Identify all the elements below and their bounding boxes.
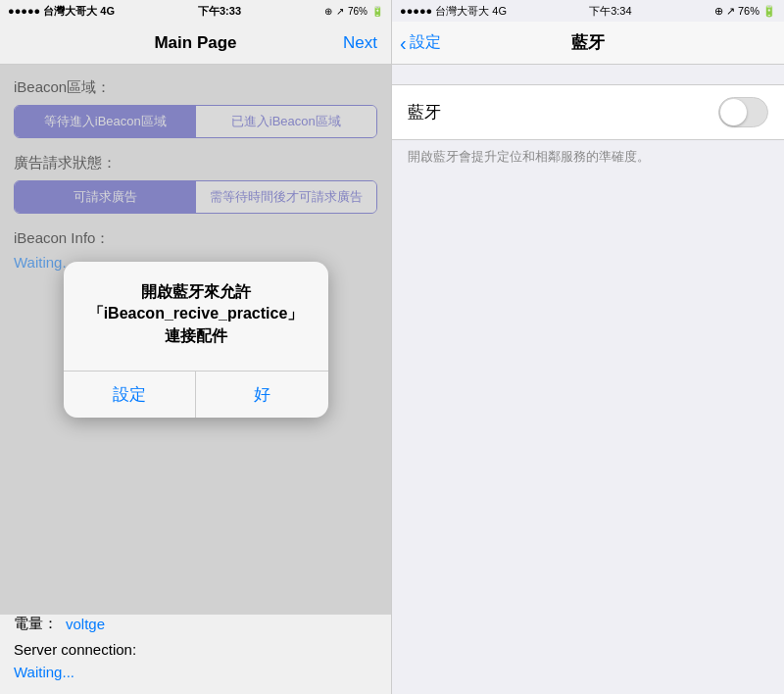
battery-right: ⊕ ↗ 76% 🔋 <box>714 5 776 18</box>
signal-icon-right: ⊕ <box>714 5 723 17</box>
wifi-icon: ↗ <box>336 6 344 17</box>
carrier-left: ●●●●● 台灣大哥大 4G <box>8 4 115 19</box>
status-bar-right: ●●●●● 台灣大哥大 4G 下午3:34 ⊕ ↗ 76% 🔋 <box>392 0 784 22</box>
alert-buttons: 設定 好 <box>64 372 328 418</box>
right-icons-left: ⊕ ↗ 76% 🔋 <box>324 6 383 17</box>
nav-bar-right: ‹ 設定 藍牙 <box>392 22 784 65</box>
wifi-icon-right: ↗ <box>726 5 738 17</box>
server-waiting: Waiting... <box>14 664 377 680</box>
alert-overlay: 開啟藍牙來允許 「iBeacon_recive_practice」 連接配件 設… <box>0 65 391 615</box>
server-label: Server connection: <box>14 641 377 658</box>
time-left: 下午3:33 <box>198 4 241 19</box>
alert-title: 開啟藍牙來允許 「iBeacon_recive_practice」 連接配件 <box>79 281 313 347</box>
bluetooth-toggle[interactable] <box>718 97 768 127</box>
settings-content: 藍牙 開啟藍牙會提升定位和相鄰服務的準確度。 <box>392 65 784 694</box>
bluetooth-label: 藍牙 <box>408 101 441 124</box>
voltage-row: 電量： voltge <box>14 615 377 633</box>
carrier-right: ●●●●● 台灣大哥大 4G <box>400 4 507 19</box>
alert-dialog: 開啟藍牙來允許 「iBeacon_recive_practice」 連接配件 設… <box>64 262 328 418</box>
battery-icon-right: 🔋 <box>762 5 776 17</box>
battery-icon: 🔋 <box>371 6 383 17</box>
bluetooth-row: 藍牙 <box>392 85 784 139</box>
back-label: 設定 <box>410 32 441 53</box>
chevron-left-icon: ‹ <box>400 33 407 53</box>
alert-body: 開啟藍牙來允許 「iBeacon_recive_practice」 連接配件 <box>64 262 328 371</box>
toggle-knob <box>720 99 747 125</box>
bottom-section: 電量： voltge Server connection: Waiting... <box>0 615 391 694</box>
phone-right: ●●●●● 台灣大哥大 4G 下午3:34 ⊕ ↗ 76% 🔋 ‹ 設定 藍牙 … <box>392 0 784 694</box>
bluetooth-page-title: 藍牙 <box>571 31 605 54</box>
bluetooth-description: 開啟藍牙會提升定位和相鄰服務的準確度。 <box>392 140 784 179</box>
next-button[interactable]: Next <box>343 33 377 53</box>
status-bar-left: ●●●●● 台灣大哥大 4G 下午3:33 ⊕ ↗ 76% 🔋 <box>0 0 391 22</box>
voltage-label: 電量： <box>14 615 58 633</box>
back-button[interactable]: ‹ 設定 <box>400 32 441 53</box>
signal-icon: ⊕ <box>324 6 332 17</box>
alert-ok-button[interactable]: 好 <box>196 372 328 418</box>
voltage-value: voltge <box>66 616 105 632</box>
main-content-left: iBeacon區域： 等待進入iBeacon區域 已進入iBeacon區域 廣告… <box>0 65 391 615</box>
time-right: 下午3:34 <box>589 4 631 19</box>
nav-bar-left: Main Page Next <box>0 22 391 65</box>
battery-pct-right: 76% <box>738 5 760 17</box>
alert-settings-button[interactable]: 設定 <box>64 372 197 418</box>
bluetooth-settings-group: 藍牙 <box>392 84 784 140</box>
page-title: Main Page <box>154 33 236 53</box>
phone-left: ●●●●● 台灣大哥大 4G 下午3:33 ⊕ ↗ 76% 🔋 Main Pag… <box>0 0 392 694</box>
battery-text: 76% <box>348 6 368 17</box>
